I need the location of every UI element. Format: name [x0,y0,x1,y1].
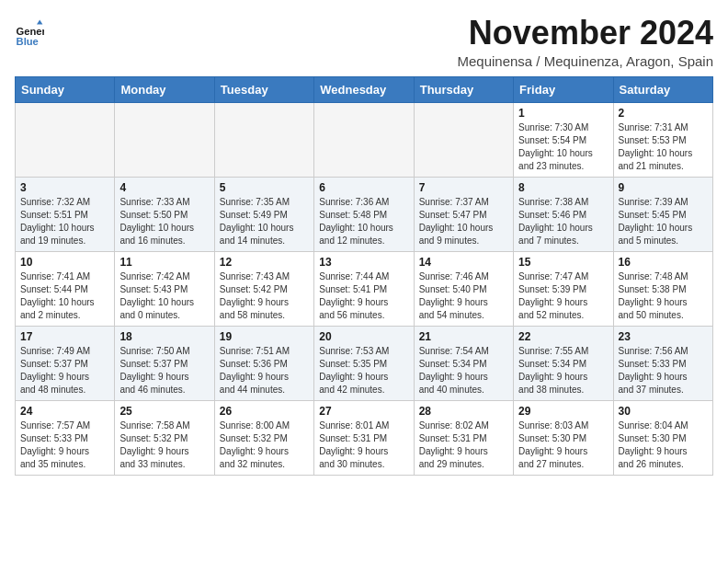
calendar-cell: 27Sunrise: 8:01 AM Sunset: 5:31 PM Dayli… [314,400,414,475]
day-number: 16 [619,256,708,269]
calendar-cell: 4Sunrise: 7:33 AM Sunset: 5:50 PM Daylig… [115,177,214,251]
calendar-cell [414,102,513,177]
day-number: 18 [119,330,209,343]
calendar-cell: 11Sunrise: 7:42 AM Sunset: 5:43 PM Dayli… [115,251,214,326]
calendar-cell: 30Sunrise: 8:04 AM Sunset: 5:30 PM Dayli… [613,400,712,475]
calendar-cell: 19Sunrise: 7:51 AM Sunset: 5:36 PM Dayli… [214,326,313,400]
calendar-cell: 5Sunrise: 7:35 AM Sunset: 5:49 PM Daylig… [214,177,313,251]
day-info: Sunrise: 7:48 AM Sunset: 5:38 PM Dayligh… [619,270,708,322]
calendar-cell: 15Sunrise: 7:47 AM Sunset: 5:39 PM Dayli… [514,251,613,326]
calendar-cell: 25Sunrise: 7:58 AM Sunset: 5:32 PM Dayli… [115,400,214,475]
header: General Blue November 2024 Mequinensa / … [15,15,713,69]
day-number: 3 [20,181,109,194]
month-title: November 2024 [457,15,713,52]
day-number: 2 [619,107,708,120]
day-number: 14 [419,256,508,269]
day-info: Sunrise: 8:03 AM Sunset: 5:30 PM Dayligh… [518,419,608,471]
location-subtitle: Mequinensa / Mequinenza, Aragon, Spain [457,53,713,69]
calendar-cell: 14Sunrise: 7:46 AM Sunset: 5:40 PM Dayli… [414,251,513,326]
day-info: Sunrise: 7:43 AM Sunset: 5:42 PM Dayligh… [220,270,309,322]
day-info: Sunrise: 7:39 AM Sunset: 5:45 PM Dayligh… [619,196,708,247]
header-day-thursday: Thursday [414,76,513,102]
calendar-body: 1Sunrise: 7:30 AM Sunset: 5:54 PM Daylig… [16,102,713,475]
day-number: 19 [220,330,309,343]
day-info: Sunrise: 7:33 AM Sunset: 5:50 PM Dayligh… [119,196,209,247]
day-number: 21 [419,330,508,343]
calendar-cell: 20Sunrise: 7:53 AM Sunset: 5:35 PM Dayli… [314,326,414,400]
week-row-0: 1Sunrise: 7:30 AM Sunset: 5:54 PM Daylig… [16,102,713,177]
calendar-cell [314,102,414,177]
day-info: Sunrise: 8:04 AM Sunset: 5:30 PM Dayligh… [619,419,708,471]
calendar-cell: 21Sunrise: 7:54 AM Sunset: 5:34 PM Dayli… [414,326,513,400]
calendar-cell: 24Sunrise: 7:57 AM Sunset: 5:33 PM Dayli… [16,400,115,475]
calendar-cell: 16Sunrise: 7:48 AM Sunset: 5:38 PM Dayli… [613,251,712,326]
day-info: Sunrise: 7:42 AM Sunset: 5:43 PM Dayligh… [119,270,209,322]
day-number: 6 [319,181,408,194]
calendar-cell: 23Sunrise: 7:56 AM Sunset: 5:33 PM Dayli… [613,326,712,400]
day-number: 13 [319,256,408,269]
day-info: Sunrise: 7:44 AM Sunset: 5:41 PM Dayligh… [319,270,408,322]
header-day-tuesday: Tuesday [214,76,313,102]
day-info: Sunrise: 7:53 AM Sunset: 5:35 PM Dayligh… [319,345,408,396]
day-number: 11 [119,256,209,269]
day-info: Sunrise: 7:47 AM Sunset: 5:39 PM Dayligh… [518,270,608,322]
day-number: 8 [518,181,608,194]
calendar-cell: 29Sunrise: 8:03 AM Sunset: 5:30 PM Dayli… [514,400,613,475]
day-number: 25 [119,405,209,418]
day-number: 29 [518,405,608,418]
day-info: Sunrise: 7:35 AM Sunset: 5:49 PM Dayligh… [220,196,309,247]
day-info: Sunrise: 7:50 AM Sunset: 5:37 PM Dayligh… [119,345,209,396]
calendar-header: SundayMondayTuesdayWednesdayThursdayFrid… [16,76,713,102]
day-info: Sunrise: 8:00 AM Sunset: 5:32 PM Dayligh… [220,419,309,471]
calendar-cell [214,102,313,177]
day-info: Sunrise: 7:36 AM Sunset: 5:48 PM Dayligh… [319,196,408,247]
day-info: Sunrise: 7:58 AM Sunset: 5:32 PM Dayligh… [119,419,209,471]
calendar-cell: 8Sunrise: 7:38 AM Sunset: 5:46 PM Daylig… [514,177,613,251]
calendar-cell: 7Sunrise: 7:37 AM Sunset: 5:47 PM Daylig… [414,177,513,251]
day-info: Sunrise: 7:51 AM Sunset: 5:36 PM Dayligh… [220,345,309,396]
calendar-cell: 3Sunrise: 7:32 AM Sunset: 5:51 PM Daylig… [16,177,115,251]
day-number: 24 [20,405,109,418]
header-day-sunday: Sunday [16,76,115,102]
calendar: SundayMondayTuesdayWednesdayThursdayFrid… [15,76,713,476]
calendar-cell: 12Sunrise: 7:43 AM Sunset: 5:42 PM Dayli… [214,251,313,326]
calendar-cell: 28Sunrise: 8:02 AM Sunset: 5:31 PM Dayli… [414,400,513,475]
calendar-cell: 17Sunrise: 7:49 AM Sunset: 5:37 PM Dayli… [16,326,115,400]
day-info: Sunrise: 7:49 AM Sunset: 5:37 PM Dayligh… [20,345,109,396]
day-number: 28 [419,405,508,418]
logo-icon: General Blue [15,18,44,48]
day-number: 20 [319,330,408,343]
day-number: 22 [518,330,608,343]
day-info: Sunrise: 7:57 AM Sunset: 5:33 PM Dayligh… [20,419,109,471]
header-day-monday: Monday [115,76,214,102]
week-row-4: 24Sunrise: 7:57 AM Sunset: 5:33 PM Dayli… [16,400,713,475]
day-number: 1 [518,107,608,120]
day-info: Sunrise: 7:55 AM Sunset: 5:34 PM Dayligh… [518,345,608,396]
day-number: 7 [419,181,508,194]
day-info: Sunrise: 8:01 AM Sunset: 5:31 PM Dayligh… [319,419,408,471]
calendar-cell: 1Sunrise: 7:30 AM Sunset: 5:54 PM Daylig… [514,102,613,177]
day-number: 27 [319,405,408,418]
day-number: 4 [119,181,209,194]
logo: General Blue [15,18,48,48]
day-info: Sunrise: 7:31 AM Sunset: 5:53 PM Dayligh… [619,121,708,173]
day-number: 5 [220,181,309,194]
day-info: Sunrise: 7:41 AM Sunset: 5:44 PM Dayligh… [20,270,109,322]
title-block: November 2024 Mequinensa / Mequinenza, A… [457,15,713,69]
day-number: 17 [20,330,109,343]
day-info: Sunrise: 7:38 AM Sunset: 5:46 PM Dayligh… [518,196,608,247]
day-number: 23 [619,330,708,343]
svg-marker-2 [37,20,42,25]
calendar-cell: 6Sunrise: 7:36 AM Sunset: 5:48 PM Daylig… [314,177,414,251]
svg-text:General: General [17,26,44,37]
calendar-cell: 2Sunrise: 7:31 AM Sunset: 5:53 PM Daylig… [613,102,712,177]
week-row-3: 17Sunrise: 7:49 AM Sunset: 5:37 PM Dayli… [16,326,713,400]
calendar-cell: 22Sunrise: 7:55 AM Sunset: 5:34 PM Dayli… [514,326,613,400]
header-row: SundayMondayTuesdayWednesdayThursdayFrid… [16,76,713,102]
day-number: 30 [619,405,708,418]
day-number: 9 [619,181,708,194]
day-info: Sunrise: 7:46 AM Sunset: 5:40 PM Dayligh… [419,270,508,322]
day-info: Sunrise: 7:56 AM Sunset: 5:33 PM Dayligh… [619,345,708,396]
header-day-friday: Friday [514,76,613,102]
day-info: Sunrise: 7:37 AM Sunset: 5:47 PM Dayligh… [419,196,508,247]
